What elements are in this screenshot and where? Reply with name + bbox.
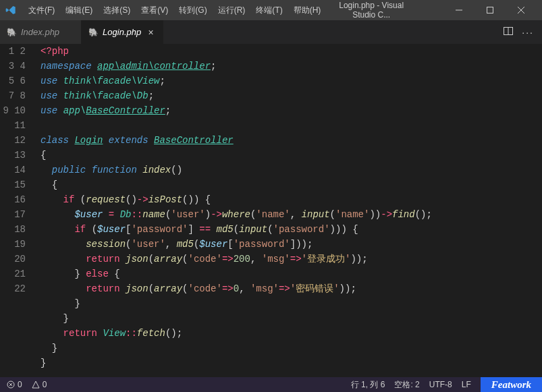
error-icon (7, 381, 15, 389)
tabs-bar: 🐘Index.php×🐘Login.php× ··· (0, 20, 542, 44)
php-file-icon: 🐘 (7, 28, 17, 37)
minimize-button[interactable] (443, 0, 475, 20)
status-warnings[interactable]: 0 (32, 380, 47, 389)
code-area[interactable]: <?php namespace app\admin\controller; us… (38, 44, 542, 377)
tab-close-icon[interactable]: × (145, 27, 156, 38)
title-bar: 文件(F)编辑(E)选择(S)查看(V)转到(G)运行(R)终端(T)帮助(H)… (0, 0, 542, 20)
warning-count: 0 (43, 380, 47, 389)
split-editor-icon[interactable] (503, 26, 514, 38)
menu-item[interactable]: 终端(T) (250, 2, 288, 19)
menu-item[interactable]: 查看(V) (136, 2, 173, 19)
menu-item[interactable]: 选择(S) (98, 2, 136, 19)
editor-tab[interactable]: 🐘Login.php× (82, 20, 163, 44)
status-cursor-position[interactable]: 行 1, 列 6 (351, 379, 385, 391)
brand-badge[interactable]: Featwork (481, 377, 542, 392)
status-errors[interactable]: 0 (7, 380, 22, 389)
menu-item[interactable]: 运行(R) (213, 2, 251, 19)
window-controls (443, 0, 537, 20)
tabs-actions: ··· (495, 20, 542, 44)
menu-bar: 文件(F)编辑(E)选择(S)查看(V)转到(G)运行(R)终端(T)帮助(H) (23, 2, 326, 19)
php-file-icon: 🐘 (88, 28, 99, 37)
svg-rect-1 (487, 7, 493, 13)
menu-item[interactable]: 帮助(H) (288, 2, 327, 19)
window-title: Login.php - Visual Studio C... (327, 1, 442, 20)
status-encoding[interactable]: UTF-8 (429, 380, 452, 389)
error-count: 0 (18, 380, 22, 389)
vscode-logo-icon (5, 5, 16, 16)
close-button[interactable] (506, 0, 537, 20)
maximize-button[interactable] (475, 0, 506, 20)
status-bar: 0 0 行 1, 列 6 空格: 2 UTF-8 LF Featwork (0, 377, 542, 392)
tab-label: Login.php (103, 27, 141, 37)
editor[interactable]: 1 2 3 4 5 6 7 8 9 10 11 12 13 14 15 16 1… (0, 44, 542, 377)
status-indent[interactable]: 空格: 2 (394, 379, 419, 391)
menu-item[interactable]: 编辑(E) (60, 2, 98, 19)
menu-item[interactable]: 文件(F) (23, 2, 60, 19)
status-eol[interactable]: LF (462, 380, 471, 389)
more-actions-icon[interactable]: ··· (522, 27, 534, 38)
editor-tab[interactable]: 🐘Index.php× (0, 20, 82, 44)
line-number-gutter: 1 2 3 4 5 6 7 8 9 10 11 12 13 14 15 16 1… (0, 44, 38, 377)
warning-icon (32, 381, 40, 389)
tab-label: Index.php (21, 27, 59, 37)
menu-item[interactable]: 转到(G) (173, 2, 212, 19)
